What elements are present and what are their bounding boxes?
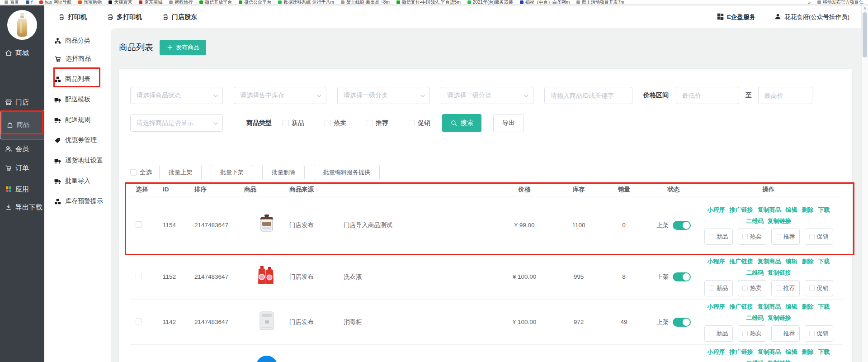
qrcode-link[interactable]: 二维码 — [746, 314, 764, 322]
tag-checkbox-hot[interactable]: 热卖 — [738, 280, 766, 296]
tag-checkbox-recommend[interactable]: 推荐 — [771, 229, 800, 245]
bookmark-item[interactable]: 移动发布官方项目仁 — [817, 0, 863, 5]
checkbox[interactable] — [742, 286, 748, 291]
copy-link-link[interactable]: 复制链接 — [768, 359, 791, 362]
bookmark-item[interactable]: 淘宝购物 — [78, 0, 102, 5]
status-filter-select[interactable]: 请选择商品状态 — [130, 87, 223, 104]
delete-link[interactable]: 删除 — [802, 257, 814, 266]
printer-button[interactable]: 打印机 — [58, 13, 87, 21]
tag-checkbox-hot[interactable]: 热卖 — [738, 325, 766, 342]
status-toggle[interactable] — [673, 221, 691, 230]
tag-checkbox-promotion[interactable]: 促销 — [805, 280, 833, 296]
bookmark-item[interactable]: hao 网址导航 — [39, 0, 71, 5]
search-button[interactable]: 搜索 — [442, 114, 481, 132]
mini-program-link[interactable]: 小程序 — [708, 303, 725, 311]
checkbox[interactable] — [809, 234, 815, 239]
bookmark-item[interactable]: 携程旅行 — [169, 0, 193, 5]
type-checkbox-hot[interactable]: 热卖 — [325, 119, 346, 127]
delete-link[interactable]: 删除 — [802, 303, 814, 311]
avatar[interactable] — [7, 10, 37, 40]
qrcode-link[interactable]: 二维码 — [746, 217, 764, 225]
row-checkbox[interactable] — [136, 273, 142, 279]
service-entry[interactable]: E企盈服务 — [717, 13, 755, 21]
type-checkbox-recommend[interactable]: 推荐 — [367, 119, 388, 127]
product-image[interactable]: 知 — [254, 354, 279, 362]
checkbox[interactable] — [709, 234, 714, 239]
submenu-item-select-goods[interactable]: 选择商品 — [54, 54, 91, 64]
copy-link-link[interactable]: 复制链接 — [768, 269, 791, 277]
category2-filter-select[interactable]: 请选择二级分类 — [441, 87, 533, 104]
bookmark-item[interactable]: 京东商城 — [139, 0, 162, 5]
select-all-checkbox[interactable] — [130, 169, 137, 176]
checkbox[interactable] — [409, 120, 415, 126]
copy-link-link[interactable]: 复制链接 — [768, 217, 791, 225]
multi-printer-button[interactable]: 多打印机 — [107, 13, 142, 21]
status-toggle[interactable] — [673, 272, 691, 281]
category1-filter-select[interactable]: 请选择一级分类 — [337, 87, 430, 104]
tag-checkbox-promotion[interactable]: 促销 — [805, 229, 833, 245]
copy-product-link[interactable]: 复制商品 — [758, 348, 781, 356]
checkbox[interactable] — [709, 331, 714, 336]
tag-checkbox-recommend[interactable]: 推荐 — [771, 280, 800, 296]
display-filter-select[interactable]: 请选择商品是否显示 — [130, 114, 223, 132]
batch-delete-button[interactable]: 批量删除 — [262, 165, 305, 180]
max-price-input[interactable] — [758, 87, 812, 104]
download-link[interactable]: 下载 — [818, 348, 830, 356]
download-link[interactable]: 下载 — [818, 303, 830, 311]
edit-link[interactable]: 编辑 — [786, 206, 797, 214]
delete-link[interactable]: 删除 — [802, 348, 814, 356]
product-image[interactable] — [254, 309, 279, 335]
store-shareholder-button[interactable]: 门店股东 — [162, 13, 197, 21]
copy-product-link[interactable]: 复制商品 — [758, 257, 781, 266]
mini-program-link[interactable]: 小程序 — [708, 348, 725, 356]
promotion-link-link[interactable]: 推广链接 — [730, 206, 753, 214]
status-toggle[interactable] — [673, 318, 691, 327]
checkbox[interactable] — [742, 331, 748, 336]
sidebar-item-export-download[interactable]: 导出下载 — [0, 201, 44, 213]
batch-edit-service-button[interactable]: 批量编辑服务提供 — [314, 165, 380, 180]
checkbox[interactable] — [776, 286, 781, 291]
checkbox[interactable] — [742, 234, 748, 239]
product-image[interactable] — [254, 263, 279, 290]
publish-product-button[interactable]: 发布商品 — [160, 40, 206, 55]
tag-checkbox-hot[interactable]: 热卖 — [738, 229, 766, 245]
copy-product-link[interactable]: 复制商品 — [758, 303, 781, 311]
promotion-link-link[interactable]: 推广链接 — [730, 303, 753, 311]
tag-checkbox-promotion[interactable]: 促销 — [805, 325, 833, 342]
stock-filter-select[interactable]: 请选择售中库存 — [234, 87, 326, 104]
type-checkbox-promotion[interactable]: 促销 — [409, 119, 430, 127]
download-link[interactable]: 下载 — [818, 257, 830, 266]
account-menu[interactable]: 花花食府(公众号操作员) — [774, 13, 849, 21]
edit-link[interactable]: 编辑 — [786, 303, 797, 311]
keyword-input[interactable] — [544, 87, 632, 104]
edit-link[interactable]: 编辑 — [786, 348, 797, 356]
submenu-item-batch-import[interactable]: 批量导入 — [54, 176, 90, 186]
scroll-up-arrow[interactable]: ∧ — [862, 6, 868, 10]
type-checkbox-new[interactable]: 新品 — [283, 119, 304, 127]
checkbox[interactable] — [809, 331, 815, 336]
submenu-item-return-address[interactable]: 退货地址设置 — [54, 156, 103, 166]
copy-link-link[interactable]: 复制链接 — [768, 314, 791, 322]
min-price-input[interactable] — [676, 87, 739, 104]
mini-program-link[interactable]: 小程序 — [708, 206, 725, 214]
bookmark-item[interactable]: 蟹主活动项目开发7m — [576, 0, 624, 5]
tag-checkbox-new[interactable]: 新品 — [704, 280, 733, 296]
tag-checkbox-new[interactable]: 新品 — [704, 325, 733, 342]
tag-checkbox-new[interactable]: 新品 — [704, 229, 733, 245]
bookmark-item[interactable]: 蟹主线刷·新出品 +8m — [341, 0, 390, 5]
scrollbar-thumb[interactable] — [863, 12, 867, 57]
submenu-item-stock-alert[interactable]: 库存预警提示 — [54, 196, 103, 206]
bookmark-item[interactable]: 天猫直营 — [108, 0, 132, 5]
batch-on-shelf-button[interactable]: 批量上架 — [159, 165, 202, 180]
bookmark-item[interactable]: 微信公众平台 — [239, 0, 271, 5]
qrcode-link[interactable]: 二维码 — [746, 359, 764, 362]
bookmarks-overflow-chevron[interactable]: » — [808, 0, 811, 5]
checkbox[interactable] — [709, 286, 714, 291]
bookmark-item[interactable]: 数据迁移系统·运行于八m — [278, 0, 334, 5]
bookmark-item[interactable]: 百度 — [5, 0, 19, 5]
product-image[interactable] — [254, 212, 279, 238]
export-button[interactable]: 导出 — [493, 114, 524, 132]
row-checkbox[interactable] — [136, 318, 142, 324]
tag-checkbox-recommend[interactable]: 推荐 — [771, 325, 800, 342]
sidebar-item-mall[interactable]: 商城 — [0, 47, 44, 59]
